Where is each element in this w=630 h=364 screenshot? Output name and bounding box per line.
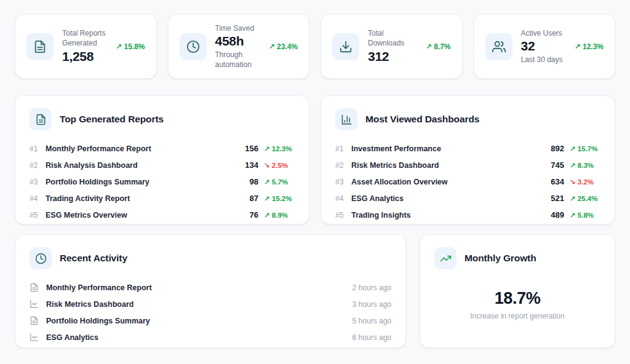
stat-sublabel: Through automation (215, 50, 264, 69)
stats-row: Total Reports Generated 1,258 15.8% Time… (15, 14, 615, 79)
report-count: 134 (245, 160, 258, 170)
card-header: Top Generated Reports (30, 108, 295, 130)
stat-sublabel: Last 30 days (521, 55, 563, 65)
activity-timestamp: 3 hours ago (353, 300, 391, 309)
dashboard-change: 5.8% (570, 211, 600, 220)
activity-row: ESG Analytics 6 hours ago (30, 329, 391, 346)
growth-value: 18.7% (495, 289, 541, 308)
monthly-growth-card: Monthly Growth 18.7% Increase in report … (420, 234, 615, 348)
report-row: #3 Portfolio Holdings Summary 98 5.7% (30, 173, 295, 190)
report-row: #1 Monthly Performance Report 156 12.3% (30, 140, 295, 157)
report-count: 87 (250, 194, 258, 203)
trend-up-icon (116, 42, 124, 51)
dashboard-row: #2 Risk Metrics Dashboard 745 8.3% (335, 157, 600, 173)
report-change: 12.3% (264, 144, 295, 153)
card-title: Recent Activity (60, 253, 127, 264)
file-text-icon (30, 283, 39, 292)
dashboard-change: 3.2% (570, 178, 600, 186)
report-count: 76 (250, 210, 258, 220)
bottom-row: Recent Activity Monthly Performance Repo… (15, 234, 615, 348)
activity-timestamp: 5 hours ago (353, 317, 391, 325)
trend-arrow-icon (570, 162, 578, 169)
top-generated-reports-card: Top Generated Reports #1 Monthly Perform… (15, 95, 309, 224)
stat-label: Active Users (521, 28, 563, 38)
dashboard-name: Risk Metrics Dashboard (351, 161, 551, 170)
trend-arrow-icon (264, 145, 272, 152)
dashboard-name: Asset Allocation Overview (351, 178, 551, 186)
card-header: Most Viewed Dashboards (335, 108, 600, 130)
card-title: Most Viewed Dashboards (365, 114, 479, 125)
stat-value: 1,258 (62, 49, 111, 65)
trend-arrow-icon (264, 195, 272, 202)
stat-change-badge: 23.4% (264, 42, 298, 51)
dashboard-row: #5 Trading Insights 489 5.8% (335, 207, 600, 223)
download-icon (332, 33, 359, 60)
trend-arrow-icon (570, 195, 578, 202)
trend-arrow-icon (264, 178, 272, 186)
clock-icon (30, 247, 52, 269)
activity-name: Monthly Performance Report (46, 283, 353, 292)
dashboard-name: Trading Insights (351, 211, 551, 220)
report-row: #5 ESG Metrics Overview 76 8.9% (30, 207, 295, 223)
dashboard-count: 745 (551, 160, 564, 170)
growth-subtitle: Increase in report generation (470, 312, 564, 320)
card-title: Monthly Growth (465, 253, 536, 264)
activity-row: Risk Metrics Dashboard 3 hours ago (30, 296, 391, 312)
most-viewed-dashboards-card: Most Viewed Dashboards #1 Investment Per… (321, 95, 615, 224)
card-title: Top Generated Reports (60, 114, 164, 125)
dashboard-count: 521 (551, 194, 564, 203)
lists-row: Top Generated Reports #1 Monthly Perform… (15, 95, 615, 224)
dashboard-row: #3 Asset Allocation Overview 634 3.2% (335, 173, 600, 190)
stat-change-badge: 8.7% (421, 42, 451, 51)
trend-arrow-icon (570, 178, 578, 186)
report-name: Trading Activity Report (46, 194, 250, 203)
trend-up-icon (575, 42, 583, 51)
stat-card-total-reports: Total Reports Generated 1,258 15.8% (15, 14, 157, 79)
stat-value: 458h (215, 33, 264, 49)
dashboard-count: 892 (551, 144, 564, 153)
report-row: #4 Trading Activity Report 87 15.2% (30, 190, 295, 207)
rank-label: #2 (335, 161, 351, 170)
rank-label: #2 (30, 161, 46, 170)
report-name: ESG Metrics Overview (46, 211, 250, 220)
report-change: 5.7% (264, 178, 295, 186)
rank-label: #5 (30, 211, 46, 220)
dashboard-row: #1 Investment Performance 892 15.7% (335, 140, 600, 157)
dashboard-change: 8.3% (570, 161, 600, 170)
activity-row: Portfolio Holdings Summary 5 hours ago (30, 312, 391, 329)
trend-arrow-icon (264, 212, 272, 219)
activity-row: Monthly Performance Report 2 hours ago (30, 279, 391, 296)
line-chart-icon (30, 333, 39, 342)
line-chart-icon (30, 299, 39, 309)
trend-arrow-icon (264, 162, 272, 169)
stat-change-badge: 15.8% (111, 42, 145, 51)
stat-card-time-saved: Time Saved 458h Through automation 23.4% (168, 14, 310, 79)
report-name: Risk Analysis Dashboard (46, 161, 245, 170)
stat-value: 312 (368, 49, 421, 65)
activity-name: Risk Metrics Dashboard (46, 300, 353, 309)
activity-name: ESG Analytics (46, 333, 353, 342)
report-name: Portfolio Holdings Summary (46, 178, 250, 186)
dashboard-count: 489 (551, 210, 564, 220)
report-count: 156 (245, 144, 258, 153)
report-change: 2.5% (264, 161, 295, 170)
stat-label: Time Saved (215, 23, 264, 33)
file-text-icon (30, 316, 39, 325)
stat-card-total-downloads: Total Downloads 312 8.7% (321, 14, 463, 79)
report-name: Monthly Performance Report (46, 144, 245, 153)
dashboard-row: #4 ESG Analytics 521 25.4% (335, 190, 600, 207)
rank-label: #1 (335, 144, 351, 153)
card-header: Recent Activity (30, 247, 391, 269)
stat-label: Total Downloads (368, 28, 421, 48)
trend-arrow-icon (570, 212, 578, 219)
trend-up-icon (426, 42, 434, 51)
trending-up-icon (434, 247, 457, 269)
dashboard-name: ESG Analytics (351, 194, 551, 203)
card-header: Monthly Growth (434, 247, 600, 269)
rank-label: #5 (335, 211, 351, 220)
stat-label: Total Reports Generated (62, 28, 111, 48)
dashboard-change: 15.7% (570, 144, 600, 153)
activity-timestamp: 2 hours ago (353, 283, 391, 292)
stat-card-active-users: Active Users 32 Last 30 days 12.3% (474, 14, 616, 79)
rank-label: #1 (30, 144, 46, 153)
